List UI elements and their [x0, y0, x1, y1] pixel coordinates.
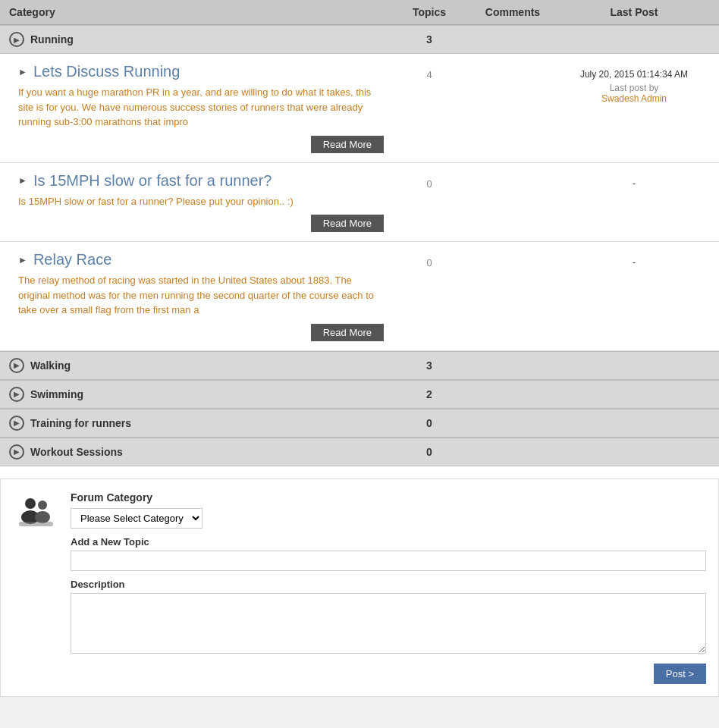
expand-icon-training[interactable]: ▶	[9, 416, 24, 431]
category-row-workout[interactable]: ▶ Workout Sessions 0	[0, 438, 719, 466]
topic-comments-lets-discuss: 4	[391, 63, 467, 80]
category-topics-workout: 0	[391, 446, 467, 458]
topic-content-lets-discuss: ► Lets Discuss Running If you want a hug…	[18, 63, 391, 153]
read-more-button-relay[interactable]: Read More	[311, 324, 384, 341]
topic-title-15mph[interactable]: Is 15MPH slow or fast for a runner?	[33, 172, 272, 190]
category-name-workout: Workout Sessions	[30, 446, 391, 458]
topic-arrow-icon: ►	[18, 67, 27, 77]
topic-empty-relay	[467, 251, 558, 257]
topic-empty-lets-discuss	[467, 63, 558, 69]
topic-desc-block: If you want a huge marathon PR in a year…	[18, 85, 384, 153]
topic-description-lets-discuss: If you want a huge marathon PR in a year…	[18, 85, 384, 130]
topic-empty-15mph	[467, 172, 558, 178]
description-textarea[interactable]	[71, 593, 706, 654]
read-more-button-lets-discuss[interactable]: Read More	[311, 136, 384, 153]
svg-rect-4	[19, 522, 53, 526]
topic-desc-block-15mph: Is 15MPH slow or fast for a runner? Plea…	[18, 194, 384, 233]
topic-title-line-15mph: ► Is 15MPH slow or fast for a runner?	[18, 172, 384, 190]
forum-form-content: Forum Category Please Select Category Ru…	[71, 491, 706, 684]
category-select[interactable]: Please Select Category Running Walking S…	[71, 508, 203, 529]
topic-title-relay[interactable]: Relay Race	[33, 251, 111, 268]
category-topics-walking: 3	[391, 359, 467, 372]
topic-lastpost-lets-discuss: July 20, 2015 01:14:34 AM Last post by S…	[558, 63, 710, 104]
last-post-author-lets-discuss: Swadesh Admin	[558, 93, 710, 104]
topic-title-lets-discuss[interactable]: Lets Discuss Running	[33, 63, 180, 80]
topic-row-lets-discuss-running: ► Lets Discuss Running If you want a hug…	[0, 54, 719, 163]
forum-category-label: Forum Category	[71, 491, 706, 504]
category-row-walking[interactable]: ▶ Walking 3	[0, 351, 719, 380]
category-row-swimming[interactable]: ▶ Swimming 2	[0, 380, 719, 409]
svg-point-3	[35, 511, 50, 523]
topic-input[interactable]	[71, 551, 706, 571]
topic-arrow-icon-relay: ►	[18, 255, 27, 265]
last-post-by-label: Last post by	[558, 83, 710, 93]
category-topics-swimming: 2	[391, 388, 467, 400]
topic-title-line: ► Lets Discuss Running	[18, 63, 384, 80]
main-container: Category Topics Comments Last Post ▶ Run…	[0, 0, 719, 697]
forum-avatar	[13, 491, 58, 537]
topic-desc-block-relay: The relay method of racing was started i…	[18, 273, 384, 341]
header-topics: Topics	[391, 6, 467, 18]
topic-description-15mph: Is 15MPH slow or fast for a runner? Plea…	[18, 194, 384, 209]
topic-lastpost-relay: -	[558, 251, 710, 268]
svg-point-0	[25, 498, 36, 509]
svg-point-2	[38, 500, 47, 510]
topic-comments-relay: 0	[391, 251, 467, 268]
category-topics-training: 0	[391, 417, 467, 429]
last-post-date-lets-discuss: July 20, 2015 01:14:34 AM	[558, 69, 710, 80]
category-name-running: Running	[30, 33, 391, 46]
post-btn-row: Post >	[71, 664, 706, 684]
category-name-swimming: Swimming	[30, 388, 391, 400]
topic-title-line-relay: ► Relay Race	[18, 251, 384, 268]
forum-form-container: Forum Category Please Select Category Ru…	[0, 479, 719, 697]
post-button[interactable]: Post >	[654, 664, 706, 684]
topic-content-relay: ► Relay Race The relay method of racing …	[18, 251, 391, 341]
expand-icon-walking[interactable]: ▶	[9, 358, 24, 373]
category-topics-running: 3	[391, 33, 467, 46]
expand-icon-workout[interactable]: ▶	[9, 444, 24, 460]
category-row-training[interactable]: ▶ Training for runners 0	[0, 409, 719, 438]
table-header: Category Topics Comments Last Post	[0, 0, 719, 25]
topic-content-15mph: ► Is 15MPH slow or fast for a runner? Is…	[18, 172, 391, 233]
topic-arrow-icon-15mph: ►	[18, 175, 27, 186]
header-comments: Comments	[467, 6, 558, 18]
category-name-walking: Walking	[30, 359, 391, 372]
topic-row-15mph: ► Is 15MPH slow or fast for a runner? Is…	[0, 163, 719, 243]
read-more-button-15mph[interactable]: Read More	[311, 215, 384, 232]
topic-comments-15mph: 0	[391, 172, 467, 190]
topic-description-relay: The relay method of racing was started i…	[18, 273, 384, 318]
forum-form-inner: Forum Category Please Select Category Ru…	[13, 491, 706, 684]
topic-lastpost-15mph: -	[558, 172, 710, 189]
description-label: Description	[71, 579, 706, 590]
topic-row-relay-race: ► Relay Race The relay method of racing …	[0, 242, 719, 351]
category-name-training: Training for runners	[30, 417, 391, 429]
category-row-running[interactable]: ▶ Running 3	[0, 25, 719, 54]
add-topic-label: Add a New Topic	[71, 536, 706, 548]
expand-icon-running[interactable]: ▶	[9, 32, 24, 47]
header-lastpost: Last Post	[558, 6, 710, 18]
header-category: Category	[9, 6, 391, 18]
expand-icon-swimming[interactable]: ▶	[9, 387, 24, 402]
